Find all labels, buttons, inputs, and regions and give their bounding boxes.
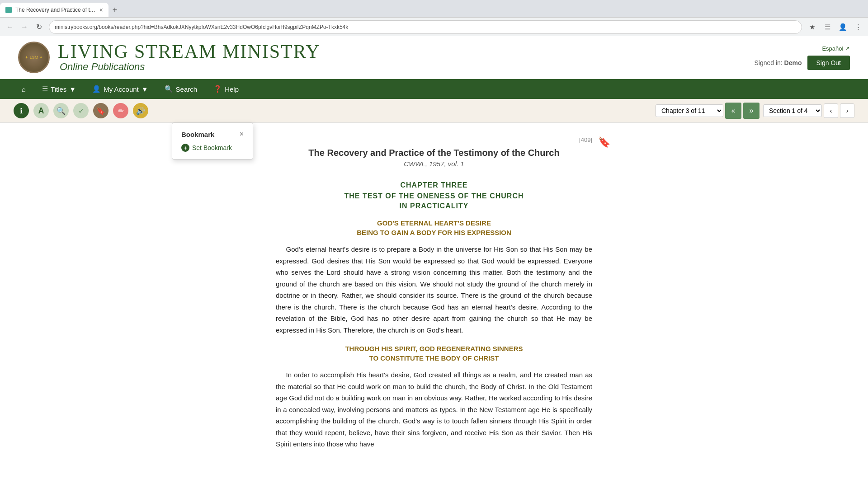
url-text: ministrybooks.org/books/reader.php?hid=B…: [55, 24, 796, 30]
back-button[interactable]: ←: [4, 21, 16, 33]
toolbar-right: Chapter 3 of 11 « » Section 1 of 4 ‹ ›: [656, 103, 854, 119]
nav-home[interactable]: ⌂: [14, 79, 34, 99]
section-heading-3: THROUGH HIS SPIRIT, GOD REGENERATING SIN…: [276, 345, 592, 352]
menu-icon[interactable]: ⋮: [852, 21, 864, 33]
bookmark-star-icon[interactable]: ★: [806, 21, 818, 33]
chapter-select[interactable]: Chapter 3 of 11: [656, 104, 723, 117]
sign-out-button[interactable]: Sign Out: [807, 56, 850, 70]
titles-chevron-icon: ▼: [69, 85, 76, 93]
new-tab-button[interactable]: +: [108, 4, 121, 16]
home-icon: ⌂: [22, 85, 26, 93]
section-nav: Section 1 of 4 ‹ ›: [763, 103, 854, 118]
font-size-button[interactable]: A: [33, 103, 49, 118]
logo-title: LIVING STREAM MINISTRY: [58, 42, 321, 61]
nav-titles[interactable]: ☰ Titles ▼: [34, 79, 84, 99]
extensions-icon[interactable]: ☰: [821, 21, 834, 33]
site-header: ✦ LSM ✦ LIVING STREAM MINISTRY Online Pu…: [0, 36, 868, 79]
account-chevron-icon: ▼: [142, 85, 148, 93]
logo-subtitle: Online Publications: [58, 61, 321, 73]
info-button[interactable]: ℹ: [14, 103, 29, 118]
page-number: [409]: [276, 136, 592, 143]
check-icon: ✓: [78, 107, 84, 115]
audio-icon: 🔊: [136, 107, 145, 115]
chapter-subheading-1: THE TEST OF THE ONENESS OF THE CHURCH: [276, 192, 592, 200]
tab-title: The Recovery and Practice of th...: [15, 7, 96, 13]
logo-text: LIVING STREAM MINISTRY Online Publicatio…: [58, 42, 321, 73]
paragraph-1: God's eternal heart's desire is to prepa…: [276, 244, 592, 336]
chapter-subheading-2: IN PRACTICALITY: [276, 202, 592, 210]
tab-favicon: [5, 7, 12, 13]
profile-icon[interactable]: 👤: [836, 21, 849, 33]
paragraph-2: In order to accomplish His heart's desir…: [276, 369, 592, 450]
info-icon: ℹ: [20, 107, 23, 115]
site-nav: ⌂ ☰ Titles ▼ 👤 My Account ▼ 🔍 Search ❓ H…: [0, 79, 868, 99]
list-icon: ☰: [42, 85, 48, 93]
logo-seal: ✦ LSM ✦: [18, 42, 50, 73]
bookmark-button[interactable]: 🔖: [93, 103, 108, 118]
chapter-nav: Chapter 3 of 11 « »: [656, 103, 760, 119]
browser-tab[interactable]: The Recovery and Practice of th... ×: [0, 3, 108, 17]
signed-in-area: Signed in: Demo Sign Out: [754, 56, 850, 70]
forward-button[interactable]: →: [18, 21, 31, 33]
bookmark-popup-title: Bookmark: [181, 131, 214, 138]
person-icon: 👤: [92, 85, 101, 93]
chapter-heading: CHAPTER THREE: [276, 181, 592, 189]
nav-my-account[interactable]: 👤 My Account ▼: [84, 79, 156, 99]
nav-help[interactable]: ❓ Help: [205, 79, 247, 99]
bookmark-close-button[interactable]: ×: [240, 130, 244, 138]
section-heading-1: GOD'S ETERNAL HEART'S DESIRE: [276, 219, 592, 227]
search-icon: 🔍: [165, 85, 173, 93]
nav-search[interactable]: 🔍 Search: [156, 79, 206, 99]
prev-section-button[interactable]: ‹: [824, 103, 838, 118]
search-text-button[interactable]: 🔍: [53, 103, 69, 118]
reload-button[interactable]: ↻: [33, 21, 45, 33]
reader-content: 🔖 [409] The Recovery and Practice of the…: [258, 123, 610, 471]
section-heading-4: TO CONSTITUTE THE BODY OF CHRIST: [276, 354, 592, 362]
book-title: The Recovery and Practice of the Testimo…: [276, 148, 592, 158]
bookmark-icon: 🔖: [96, 107, 105, 115]
book-ref: CWWL, 1957, vol. 1: [276, 160, 592, 168]
prev-chapter-icon: «: [731, 107, 736, 115]
signed-in-label: Signed in: Demo: [754, 59, 802, 66]
address-bar[interactable]: ministrybooks.org/books/reader.php?hid=B…: [49, 20, 802, 34]
toolbar-left: ℹ A 🔍 ✓ 🔖 ✏ 🔊: [14, 103, 148, 118]
next-chapter-button[interactable]: »: [743, 103, 760, 119]
section-select[interactable]: Section 1 of 4: [763, 104, 822, 117]
logo-area: ✦ LSM ✦ LIVING STREAM MINISTRY Online Pu…: [18, 42, 321, 73]
highlight-icon: ✏: [118, 107, 124, 115]
bookmark-plus-icon: +: [181, 144, 189, 152]
bookmark-popup: Bookmark × + Set Bookmark: [172, 122, 253, 160]
user-name: Demo: [784, 59, 802, 66]
font-icon: A: [38, 106, 44, 116]
section-heading-2: BEING TO GAIN A BODY FOR HIS EXPRESSION: [276, 229, 592, 236]
next-section-button[interactable]: ›: [840, 103, 854, 118]
reader-toolbar: ℹ A 🔍 ✓ 🔖 ✏ 🔊 Bookmark × + Set Bookmark: [0, 99, 868, 123]
set-bookmark-label: Set Bookmark: [192, 144, 232, 151]
highlight-button[interactable]: ✏: [113, 103, 128, 118]
prev-chapter-button[interactable]: «: [725, 103, 741, 119]
header-right: Español ↗ Signed in: Demo Sign Out: [754, 45, 850, 70]
next-section-icon: ›: [846, 107, 849, 114]
bookmark-corner-icon: 🔖: [598, 136, 610, 148]
audio-button[interactable]: 🔊: [133, 103, 148, 118]
bookmark-popup-header: Bookmark ×: [181, 130, 244, 138]
prev-section-icon: ‹: [830, 107, 832, 114]
help-icon: ❓: [213, 85, 222, 93]
language-link[interactable]: Español ↗: [822, 45, 850, 52]
next-chapter-icon: »: [750, 107, 754, 115]
magnify-icon: 🔍: [57, 107, 66, 115]
seal-text: ✦ LSM ✦: [25, 55, 43, 60]
check-button[interactable]: ✓: [73, 103, 89, 118]
tab-close-icon[interactable]: ×: [99, 6, 103, 14]
set-bookmark-link[interactable]: + Set Bookmark: [181, 144, 244, 152]
